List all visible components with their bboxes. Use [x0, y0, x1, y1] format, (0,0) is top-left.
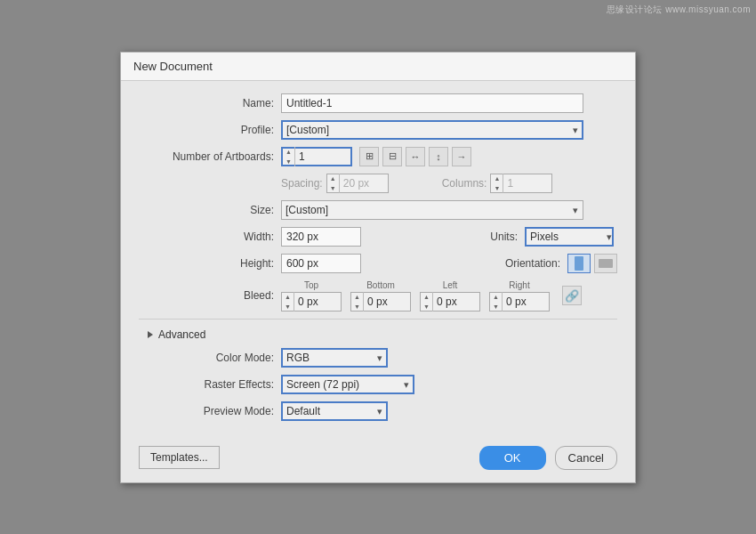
bleed-fields: Top ▲ ▼ 0 px Bottom ▲ ▼ — [281, 280, 617, 312]
height-orientation-row: Height: Orientation: — [139, 254, 617, 273]
bleed-bottom-label: Bottom — [366, 280, 395, 290]
bleed-left-label: Left — [443, 280, 458, 290]
columns-up[interactable]: ▲ — [491, 174, 503, 183]
size-select[interactable]: [Custom] — [281, 200, 583, 220]
orientation-label: Orientation: — [505, 257, 560, 270]
units-select[interactable]: Pixels Inches Millimeters — [525, 227, 614, 247]
move-down-icon[interactable]: ↕ — [429, 147, 448, 166]
profile-select[interactable]: [Custom] — [281, 120, 583, 140]
spacing-down[interactable]: ▼ — [327, 183, 339, 193]
height-input[interactable] — [281, 254, 361, 273]
color-mode-select[interactable]: RGB CMYK — [281, 348, 388, 368]
bleed-top-value: 0 px — [294, 295, 341, 308]
name-label: Name: — [139, 97, 281, 109]
bleed-label: Bleed: — [139, 289, 281, 302]
bleed-bottom-value: 0 px — [364, 295, 410, 308]
templates-button[interactable]: Templates... — [139, 446, 220, 469]
units-label: Units: — [490, 231, 518, 243]
portrait-button[interactable] — [567, 254, 591, 273]
link-bleed-button[interactable]: 🔗 — [562, 286, 582, 305]
bleed-right-input[interactable]: ▲ ▼ 0 px — [489, 292, 550, 312]
advanced-toggle[interactable]: Advanced — [139, 325, 617, 348]
bleed-left-value: 0 px — [433, 295, 479, 308]
move-left-icon[interactable]: ↔ — [406, 147, 425, 166]
bleed-right-value: 0 px — [503, 295, 549, 308]
bleed-top-field: Top ▲ ▼ 0 px — [281, 280, 342, 312]
artboards-up[interactable]: ▲ — [283, 147, 294, 157]
move-right-icon[interactable]: → — [452, 147, 471, 166]
spacing-spinner[interactable]: ▲ ▼ — [327, 174, 340, 193]
name-row: Name: — [139, 93, 617, 113]
color-mode-label: Color Mode: — [139, 352, 281, 364]
color-mode-row: Color Mode: RGB CMYK — [139, 348, 617, 368]
bleed-bottom-input[interactable]: ▲ ▼ 0 px — [350, 292, 411, 312]
footer-buttons: OK Cancel — [479, 446, 617, 470]
raster-effects-row: Raster Effects: Screen (72 ppi) Medium (… — [139, 375, 617, 394]
raster-effects-select[interactable]: Screen (72 ppi) Medium (150 ppi) High (3… — [281, 375, 414, 394]
name-input[interactable] — [281, 93, 583, 113]
new-document-dialog: New Document Name: Profile: [Custom] Num… — [120, 52, 636, 483]
artboards-label: Number of Artboards: — [139, 150, 281, 163]
artboards-value: 1 — [295, 150, 350, 163]
height-label: Height: — [139, 257, 281, 270]
columns-value: 1 — [503, 177, 551, 190]
columns-input[interactable]: ▲ ▼ 1 — [490, 174, 552, 193]
columns-spinner[interactable]: ▲ ▼ — [491, 174, 503, 193]
raster-effects-label: Raster Effects: — [139, 378, 281, 391]
spacing-label: Spacing: — [281, 177, 323, 190]
spacing-up[interactable]: ▲ — [327, 174, 339, 183]
bleed-left-input[interactable]: ▲ ▼ 0 px — [420, 292, 480, 312]
size-label: Size: — [139, 204, 281, 216]
preview-mode-label: Preview Mode: — [139, 405, 281, 417]
bleed-top-spinner[interactable]: ▲ ▼ — [282, 292, 294, 312]
bleed-right-field: Right ▲ ▼ 0 px — [489, 280, 550, 312]
bleed-top-input[interactable]: ▲ ▼ 0 px — [281, 292, 342, 312]
grid-icon[interactable]: ⊞ — [359, 147, 379, 166]
artboard-tools: ⊞ ⊟ ↔ ↕ → — [359, 147, 471, 166]
svg-rect-1 — [599, 259, 613, 268]
spacing-row: Spacing: ▲ ▼ 20 px Columns: ▲ ▼ 1 — [281, 174, 617, 193]
orientation-buttons — [567, 254, 617, 273]
bleed-top-label: Top — [304, 280, 318, 290]
artboards-row: Number of Artboards: ▲ ▼ 1 ⊞ ⊟ ↔ ↕ → — [139, 147, 617, 166]
artboards-down[interactable]: ▼ — [283, 157, 294, 166]
dialog-footer: Templates... OK Cancel — [121, 437, 635, 482]
width-units-row: Width: Units: Pixels Inches Millimeters — [139, 227, 617, 247]
advanced-label: Advanced — [158, 328, 205, 341]
separator — [139, 319, 617, 320]
bleed-left-spinner[interactable]: ▲ ▼ — [421, 292, 433, 312]
spacing-value: 20 px — [340, 177, 388, 190]
bleed-right-label: Right — [509, 280, 529, 290]
artboards-spinner[interactable]: ▲ ▼ — [283, 147, 295, 166]
size-row: Size: [Custom] — [139, 200, 617, 220]
preview-mode-row: Preview Mode: Default Pixel Overprint — [139, 401, 617, 421]
columns-down[interactable]: ▼ — [491, 183, 503, 193]
profile-label: Profile: — [139, 124, 281, 136]
dialog-title-bar: New Document — [121, 53, 635, 81]
width-label: Width: — [139, 231, 281, 243]
bleed-right-spinner[interactable]: ▲ ▼ — [490, 292, 503, 312]
bleed-bottom-spinner[interactable]: ▲ ▼ — [351, 292, 364, 312]
profile-row: Profile: [Custom] — [139, 120, 617, 140]
triangle-icon — [148, 331, 153, 338]
watermark: 思缘设计论坛 www.missyuan.com — [607, 4, 751, 16]
preview-mode-select[interactable]: Default Pixel Overprint — [281, 401, 388, 421]
svg-rect-0 — [575, 256, 583, 271]
spacing-input[interactable]: ▲ ▼ 20 px — [326, 174, 389, 193]
width-input[interactable] — [281, 227, 361, 247]
columns-label: Columns: — [442, 177, 487, 190]
bleed-left-field: Left ▲ ▼ 0 px — [420, 280, 480, 312]
bleed-bottom-field: Bottom ▲ ▼ 0 px — [350, 280, 411, 312]
bleed-row: Bleed: Top ▲ ▼ 0 px Bottom — [139, 280, 617, 312]
landscape-button[interactable] — [594, 254, 617, 273]
ok-button[interactable]: OK — [479, 446, 546, 470]
artboards-input[interactable]: ▲ ▼ 1 — [281, 147, 352, 166]
cancel-button[interactable]: Cancel — [555, 446, 617, 470]
arrange-icon[interactable]: ⊟ — [382, 147, 402, 166]
advanced-section: Color Mode: RGB CMYK Raster Effects: Scr… — [139, 348, 617, 421]
